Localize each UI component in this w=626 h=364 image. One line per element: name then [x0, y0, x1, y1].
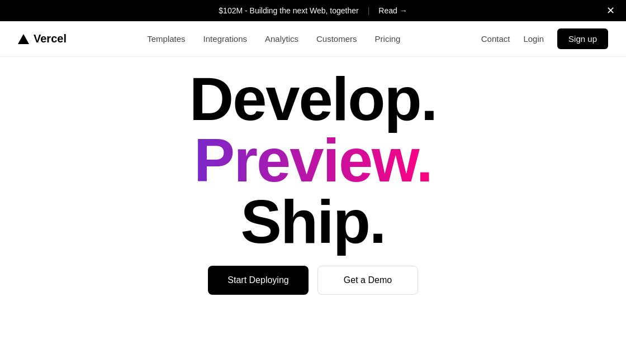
nav-link-analytics[interactable]: Analytics — [265, 34, 298, 44]
announcement-close-button[interactable]: ✕ — [604, 3, 617, 18]
logo-text: Vercel — [34, 32, 67, 45]
announcement-bar: $102M - Building the next Web, together … — [0, 0, 626, 21]
announcement-message: $102M - Building the next Web, together — [219, 6, 358, 15]
nav-link-templates[interactable]: Templates — [147, 34, 185, 44]
nav-right: Contact Login Sign up — [481, 28, 608, 49]
announcement-read-link[interactable]: Read → — [378, 6, 407, 15]
hero-headline-preview: Preview. — [194, 130, 432, 191]
logo[interactable]: Vercel — [18, 32, 67, 45]
nav-login-link[interactable]: Login — [523, 34, 544, 44]
logo-triangle-icon — [18, 34, 29, 44]
hero-headline-develop: Develop. — [189, 68, 437, 130]
announcement-text: $102M - Building the next Web, together … — [219, 6, 407, 15]
get-demo-button[interactable]: Get a Demo — [317, 266, 418, 295]
hero-headline-ship: Ship. — [241, 191, 386, 252]
signup-button[interactable]: Sign up — [557, 28, 608, 49]
nav-links: Templates Integrations Analytics Custome… — [147, 34, 400, 44]
start-deploying-button[interactable]: Start Deploying — [208, 266, 309, 295]
nav-link-pricing[interactable]: Pricing — [375, 34, 401, 44]
navbar: Vercel Templates Integrations Analytics … — [0, 21, 626, 57]
hero-buttons: Start Deploying Get a Demo — [208, 266, 418, 295]
nav-link-integrations[interactable]: Integrations — [203, 34, 247, 44]
nav-link-customers[interactable]: Customers — [316, 34, 357, 44]
nav-contact-link[interactable]: Contact — [481, 34, 510, 44]
hero-section: Develop. Preview. Ship. Start Deploying … — [0, 57, 626, 306]
announcement-separator: | — [368, 6, 370, 15]
